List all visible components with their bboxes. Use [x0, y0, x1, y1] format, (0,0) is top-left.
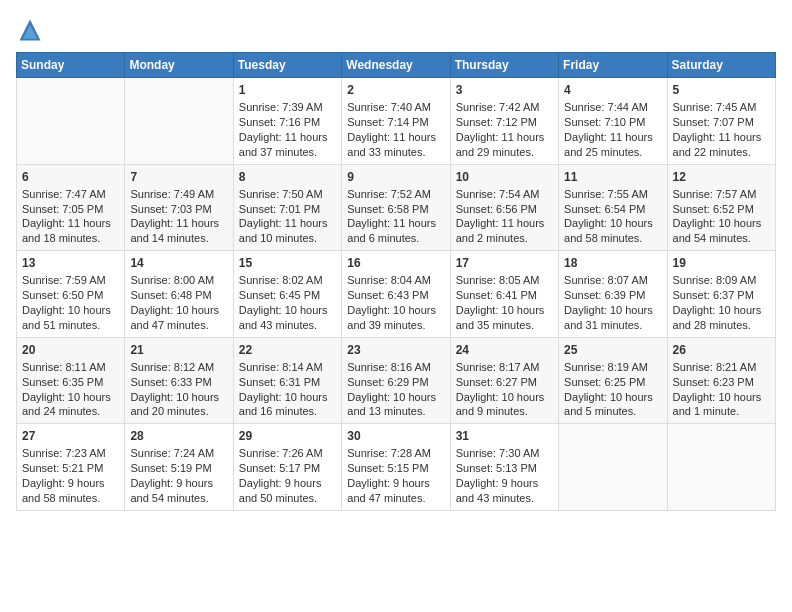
week-row-1: 1Sunrise: 7:39 AMSunset: 7:16 PMDaylight…: [17, 78, 776, 165]
logo-icon: [16, 16, 44, 44]
day-info: Daylight: 10 hours and 16 minutes.: [239, 390, 336, 420]
day-number: 30: [347, 428, 444, 444]
day-number: 27: [22, 428, 119, 444]
day-info: Sunrise: 7:45 AM: [673, 100, 770, 115]
calendar-cell: 9Sunrise: 7:52 AMSunset: 6:58 PMDaylight…: [342, 164, 450, 251]
week-row-2: 6Sunrise: 7:47 AMSunset: 7:05 PMDaylight…: [17, 164, 776, 251]
page-header: [16, 16, 776, 44]
day-info: Sunset: 7:10 PM: [564, 115, 661, 130]
day-number: 26: [673, 342, 770, 358]
calendar-cell: 26Sunrise: 8:21 AMSunset: 6:23 PMDayligh…: [667, 337, 775, 424]
day-info: Sunset: 6:45 PM: [239, 288, 336, 303]
day-info: Sunset: 6:43 PM: [347, 288, 444, 303]
day-info: Daylight: 10 hours and 43 minutes.: [239, 303, 336, 333]
calendar-table: SundayMondayTuesdayWednesdayThursdayFrid…: [16, 52, 776, 511]
calendar-cell: 30Sunrise: 7:28 AMSunset: 5:15 PMDayligh…: [342, 424, 450, 511]
day-info: Sunset: 6:50 PM: [22, 288, 119, 303]
day-info: Sunrise: 7:26 AM: [239, 446, 336, 461]
day-number: 7: [130, 169, 227, 185]
day-info: Sunrise: 8:05 AM: [456, 273, 553, 288]
day-info: Sunset: 7:14 PM: [347, 115, 444, 130]
day-info: Sunset: 6:58 PM: [347, 202, 444, 217]
day-info: Sunset: 6:48 PM: [130, 288, 227, 303]
day-info: Sunrise: 8:04 AM: [347, 273, 444, 288]
day-number: 28: [130, 428, 227, 444]
calendar-cell: 22Sunrise: 8:14 AMSunset: 6:31 PMDayligh…: [233, 337, 341, 424]
day-info: Sunset: 6:37 PM: [673, 288, 770, 303]
day-number: 6: [22, 169, 119, 185]
day-info: Sunrise: 8:09 AM: [673, 273, 770, 288]
day-info: Sunrise: 7:47 AM: [22, 187, 119, 202]
day-info: Sunrise: 7:57 AM: [673, 187, 770, 202]
day-info: Sunrise: 8:00 AM: [130, 273, 227, 288]
day-info: Sunrise: 8:12 AM: [130, 360, 227, 375]
calendar-cell: 3Sunrise: 7:42 AMSunset: 7:12 PMDaylight…: [450, 78, 558, 165]
week-row-5: 27Sunrise: 7:23 AMSunset: 5:21 PMDayligh…: [17, 424, 776, 511]
day-info: Daylight: 11 hours and 6 minutes.: [347, 216, 444, 246]
day-info: Sunset: 5:19 PM: [130, 461, 227, 476]
calendar-cell: 28Sunrise: 7:24 AMSunset: 5:19 PMDayligh…: [125, 424, 233, 511]
day-number: 25: [564, 342, 661, 358]
day-number: 29: [239, 428, 336, 444]
calendar-cell: 17Sunrise: 8:05 AMSunset: 6:41 PMDayligh…: [450, 251, 558, 338]
day-info: Sunrise: 7:55 AM: [564, 187, 661, 202]
day-header-thursday: Thursday: [450, 53, 558, 78]
day-info: Daylight: 11 hours and 2 minutes.: [456, 216, 553, 246]
day-info: Sunrise: 7:42 AM: [456, 100, 553, 115]
calendar-cell: [559, 424, 667, 511]
calendar-cell: 4Sunrise: 7:44 AMSunset: 7:10 PMDaylight…: [559, 78, 667, 165]
day-header-monday: Monday: [125, 53, 233, 78]
day-info: Sunset: 6:54 PM: [564, 202, 661, 217]
day-info: Daylight: 11 hours and 14 minutes.: [130, 216, 227, 246]
day-info: Sunrise: 8:14 AM: [239, 360, 336, 375]
day-info: Daylight: 10 hours and 24 minutes.: [22, 390, 119, 420]
day-number: 3: [456, 82, 553, 98]
calendar-cell: 13Sunrise: 7:59 AMSunset: 6:50 PMDayligh…: [17, 251, 125, 338]
day-number: 24: [456, 342, 553, 358]
day-info: Daylight: 11 hours and 37 minutes.: [239, 130, 336, 160]
day-info: Daylight: 10 hours and 47 minutes.: [130, 303, 227, 333]
day-info: Sunset: 6:29 PM: [347, 375, 444, 390]
calendar-cell: 27Sunrise: 7:23 AMSunset: 5:21 PMDayligh…: [17, 424, 125, 511]
day-info: Daylight: 10 hours and 20 minutes.: [130, 390, 227, 420]
calendar-cell: 25Sunrise: 8:19 AMSunset: 6:25 PMDayligh…: [559, 337, 667, 424]
day-info: Daylight: 10 hours and 51 minutes.: [22, 303, 119, 333]
day-info: Sunset: 6:31 PM: [239, 375, 336, 390]
day-info: Daylight: 11 hours and 22 minutes.: [673, 130, 770, 160]
day-number: 31: [456, 428, 553, 444]
calendar-cell: 7Sunrise: 7:49 AMSunset: 7:03 PMDaylight…: [125, 164, 233, 251]
day-header-wednesday: Wednesday: [342, 53, 450, 78]
calendar-cell: 8Sunrise: 7:50 AMSunset: 7:01 PMDaylight…: [233, 164, 341, 251]
day-number: 22: [239, 342, 336, 358]
calendar-cell: 6Sunrise: 7:47 AMSunset: 7:05 PMDaylight…: [17, 164, 125, 251]
day-info: Sunset: 7:16 PM: [239, 115, 336, 130]
day-info: Sunrise: 7:28 AM: [347, 446, 444, 461]
week-row-4: 20Sunrise: 8:11 AMSunset: 6:35 PMDayligh…: [17, 337, 776, 424]
day-info: Sunrise: 8:16 AM: [347, 360, 444, 375]
day-number: 18: [564, 255, 661, 271]
calendar-cell: 20Sunrise: 8:11 AMSunset: 6:35 PMDayligh…: [17, 337, 125, 424]
day-number: 12: [673, 169, 770, 185]
day-info: Sunrise: 8:07 AM: [564, 273, 661, 288]
day-info: Sunset: 7:12 PM: [456, 115, 553, 130]
day-info: Sunset: 7:01 PM: [239, 202, 336, 217]
day-info: Sunrise: 7:24 AM: [130, 446, 227, 461]
day-number: 10: [456, 169, 553, 185]
calendar-cell: 24Sunrise: 8:17 AMSunset: 6:27 PMDayligh…: [450, 337, 558, 424]
day-info: Daylight: 10 hours and 39 minutes.: [347, 303, 444, 333]
day-info: Sunset: 5:13 PM: [456, 461, 553, 476]
day-info: Sunrise: 7:59 AM: [22, 273, 119, 288]
day-info: Sunrise: 7:40 AM: [347, 100, 444, 115]
day-info: Sunrise: 7:44 AM: [564, 100, 661, 115]
day-header-sunday: Sunday: [17, 53, 125, 78]
day-info: Sunrise: 7:54 AM: [456, 187, 553, 202]
day-info: Daylight: 11 hours and 29 minutes.: [456, 130, 553, 160]
calendar-cell: 11Sunrise: 7:55 AMSunset: 6:54 PMDayligh…: [559, 164, 667, 251]
calendar-cell: 15Sunrise: 8:02 AMSunset: 6:45 PMDayligh…: [233, 251, 341, 338]
day-number: 21: [130, 342, 227, 358]
day-info: Daylight: 9 hours and 47 minutes.: [347, 476, 444, 506]
calendar-cell: 23Sunrise: 8:16 AMSunset: 6:29 PMDayligh…: [342, 337, 450, 424]
day-number: 20: [22, 342, 119, 358]
calendar-cell: 19Sunrise: 8:09 AMSunset: 6:37 PMDayligh…: [667, 251, 775, 338]
day-header-saturday: Saturday: [667, 53, 775, 78]
